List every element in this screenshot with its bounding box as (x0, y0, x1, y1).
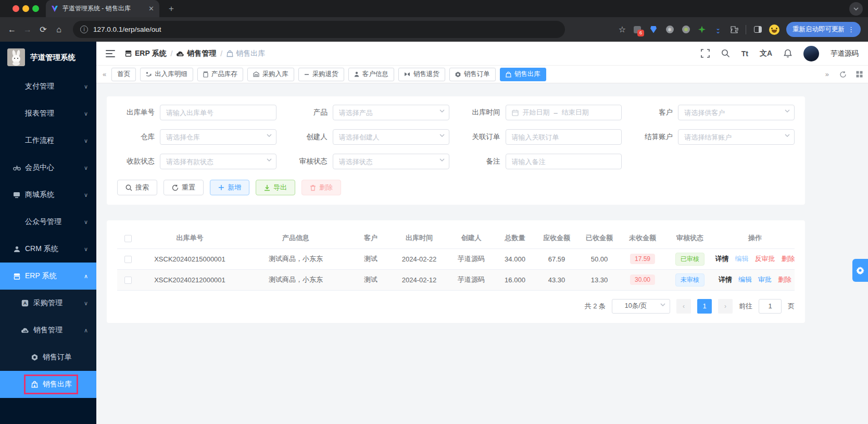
url-bar[interactable]: i 127.0.0.1/erp/sale/out (73, 21, 565, 38)
search-icon[interactable] (721, 49, 730, 58)
tab-purchase-in[interactable]: 采购入库 (247, 68, 294, 81)
browser-tab[interactable]: 芋道管理系统 - 销售出库 ✕ (46, 0, 159, 17)
close-tab-icon[interactable]: ✕ (148, 5, 154, 13)
add-button[interactable]: 新增 (210, 180, 249, 195)
forward-button[interactable]: → (20, 25, 35, 34)
approve-link[interactable]: 审批 (758, 275, 772, 284)
reload-button[interactable]: ⟳ (35, 24, 51, 34)
remark-input[interactable] (506, 154, 622, 169)
edit-link[interactable]: 编辑 (735, 254, 749, 264)
field-product: 产品 (290, 105, 449, 120)
delete-button[interactable]: 删除 (301, 180, 341, 195)
sidebar-item-mall[interactable]: 商城系统 ∨ (0, 181, 96, 208)
extension-circle-icon[interactable] (681, 25, 690, 34)
reset-button[interactable]: 重置 (163, 180, 204, 195)
font-size-icon[interactable]: Tt (741, 49, 748, 58)
close-window-button[interactable] (12, 5, 19, 12)
order-no-input[interactable] (160, 105, 276, 120)
tab-stock-record[interactable]: 出入库明细 (140, 68, 193, 81)
tab-sales-order[interactable]: 销售订单 (449, 68, 496, 81)
sidebar-item-member[interactable]: 会员中心 ∨ (0, 154, 96, 181)
extensions-puzzle-icon[interactable] (729, 25, 739, 34)
sidebar-item-sales[interactable]: 销售管理 ∧ (0, 317, 96, 344)
sidebar-item-sales-order[interactable]: 销售订单 (0, 344, 96, 371)
sidebar-item-erp[interactable]: ERP 系统 ∧ (0, 263, 96, 290)
detail-link[interactable]: 详情 (715, 254, 729, 264)
customer-select[interactable] (678, 105, 795, 120)
bell-icon[interactable] (784, 49, 792, 58)
user-avatar[interactable] (803, 46, 819, 61)
minimize-window-button[interactable] (22, 5, 29, 12)
tab-sales-return[interactable]: 销售退货 (398, 68, 445, 81)
extension-chevrons-icon[interactable]: ⌄⌄ (713, 25, 723, 34)
sidebar-item-crm[interactable]: CRM 系统 ∨ (0, 235, 96, 263)
extension-bulb-icon[interactable] (649, 25, 658, 34)
username[interactable]: 芋道源码 (831, 49, 859, 58)
related-order-input[interactable] (506, 129, 622, 145)
tags-scroll-right-icon[interactable]: » (824, 70, 830, 78)
side-panel-icon[interactable] (753, 25, 762, 34)
maximize-window-button[interactable] (32, 5, 39, 12)
payment-status-select[interactable] (160, 154, 276, 169)
sidebar-item-purchase[interactable]: A 采购管理 ∨ (0, 290, 96, 317)
chevron-down-icon: ∨ (84, 165, 88, 171)
extension-snowflake-icon[interactable]: ✻ (665, 25, 674, 34)
relaunch-update-button[interactable]: 重新启动即可更新 ⋮ (786, 22, 861, 37)
table-row: XSCK20240212000001 测试商品，小东东 测试 2024-02-1… (117, 269, 795, 290)
bookmark-star-icon[interactable]: ☆ (619, 24, 626, 34)
page-size-value[interactable] (612, 299, 670, 314)
profile-avatar[interactable] (769, 24, 779, 35)
refresh-icon[interactable] (839, 71, 847, 78)
settle-account-select[interactable] (678, 129, 795, 145)
creator-select[interactable] (333, 129, 449, 145)
page-size-select[interactable] (612, 299, 670, 314)
row-checkbox[interactable] (124, 277, 132, 284)
export-button[interactable]: 导出 (256, 180, 295, 195)
row-checkbox[interactable] (124, 256, 132, 263)
sidebar-logo[interactable]: 芋道管理系统 (0, 42, 96, 73)
fullscreen-icon[interactable] (701, 49, 710, 58)
extension-star-icon[interactable] (697, 25, 707, 34)
warehouse-select[interactable] (160, 129, 276, 145)
breadcrumb-erp[interactable]: ERP 系统 (124, 49, 166, 58)
breadcrumb-sales[interactable]: 销售管理 (177, 49, 216, 58)
extension-badged-icon[interactable]: 6 (633, 25, 642, 34)
language-icon[interactable]: 文A (760, 49, 772, 58)
bag-icon (30, 381, 39, 388)
sidebar-item-sales-out[interactable]: 销售出库 (0, 371, 96, 398)
delete-link[interactable]: 删除 (782, 254, 795, 264)
unapprove-link[interactable]: 反审批 (755, 254, 775, 264)
tab-customer-info[interactable]: 客户信息 (348, 68, 394, 81)
current-page[interactable]: 1 (697, 299, 712, 314)
product-select[interactable] (333, 105, 449, 120)
tab-purchase-return[interactable]: 采购退货 (298, 68, 344, 81)
next-page-button[interactable]: › (718, 299, 733, 314)
tab-home[interactable]: 首页 (111, 68, 136, 81)
sidebar-item-workflow[interactable]: 工作流程 ∨ (0, 127, 96, 154)
sidebar-item-wechat[interactable]: 公众号管理 ∨ (0, 208, 96, 235)
home-button[interactable]: ⌂ (51, 25, 67, 34)
sidebar-item-payment[interactable]: 支付管理 ∨ (0, 73, 96, 100)
sidebar-item-report[interactable]: 报表管理 ∨ (0, 100, 96, 127)
collapse-menu-icon[interactable] (106, 50, 115, 57)
tags-scroll-left-icon[interactable]: « (102, 70, 107, 78)
select-all-checkbox[interactable] (124, 235, 132, 242)
tab-sales-out[interactable]: 销售出库 (500, 68, 546, 81)
site-info-icon[interactable]: i (80, 26, 88, 33)
trash-icon (310, 184, 316, 191)
date-range-picker[interactable]: 开始日期 – 结束日期 (506, 105, 622, 120)
edit-link[interactable]: 编辑 (738, 275, 752, 284)
theme-settings-button[interactable] (852, 259, 868, 282)
tab-search-button[interactable] (849, 2, 863, 16)
tab-product-stock[interactable]: 产品库存 (197, 68, 243, 81)
back-button[interactable]: ← (4, 25, 20, 34)
audit-status-select[interactable] (333, 154, 449, 169)
browser-menu-icon[interactable]: ⋮ (848, 26, 854, 33)
new-tab-button[interactable]: + (166, 3, 177, 15)
delete-link[interactable]: 删除 (778, 275, 791, 284)
goto-page-input[interactable] (759, 299, 782, 314)
prev-page-button[interactable]: ‹ (676, 299, 691, 314)
detail-link[interactable]: 详情 (719, 275, 732, 284)
search-button[interactable]: 搜索 (117, 180, 157, 195)
layout-grid-icon[interactable] (856, 71, 863, 78)
